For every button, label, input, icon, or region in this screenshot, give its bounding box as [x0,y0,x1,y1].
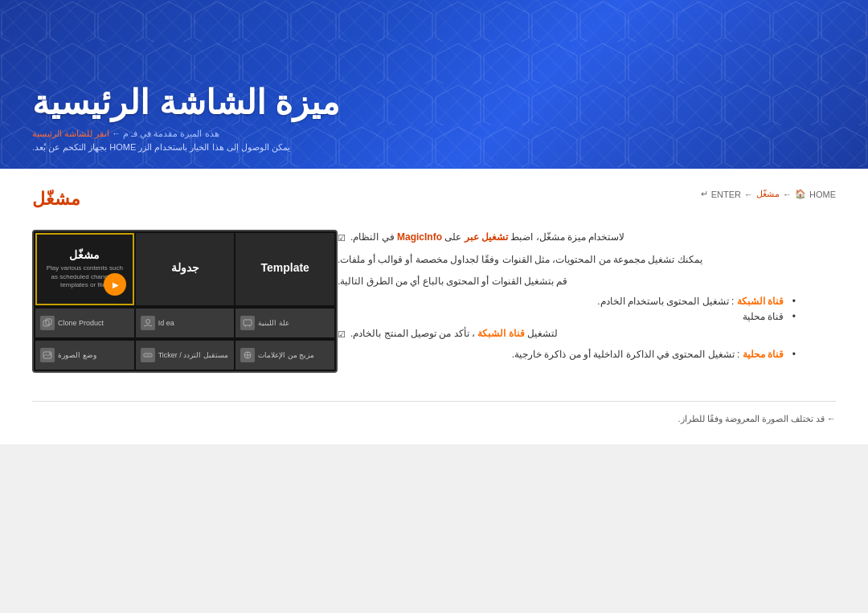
tv-bottom-image-label: وضع الصورة [58,351,96,359]
nav-arrow1: ← [783,190,792,199]
tv-container: Template جدولة مشغّل Play various conten… [32,230,338,373]
bullet-item-local: قناة محلية [338,311,796,322]
desc-prefix-1: لاستخدام ميزة مشغّل، اضبط [508,231,624,243]
header-banner: ميزة الشاشة الرئيسية هذه الميزة مقدمة في… [0,0,868,169]
desc-text-2: يمكنك تشغيل مجموعة من المحتويات، مثل الق… [338,252,702,268]
desc-item-1: لاستخدام ميزة مشغّل، اضبط تشغيل عبر على … [338,230,812,246]
play-button[interactable] [104,273,126,296]
tv-bottom-cell-local[interactable]: علة اللبنية [235,309,334,337]
tv-bottom-cell-image[interactable]: وضع الصورة [35,341,134,370]
clone-icon [40,316,55,330]
footer-note: ← قد تختلف الصورة المعروضة وفقًا للطراز. [32,414,836,424]
local-text: تشغيل المحتوى في الذاكرة الداخلية أو من … [512,349,735,360]
breadcrumb: هذه الميزة مقدمة في فـ م ← انقر للشاشة ا… [32,129,219,139]
tv-bottom-clone-label: Clone Product [58,319,104,327]
desc-item-network-note: لتشغيل قناة الشبكة ، تأكد من توصيل المنت… [338,326,812,342]
bullet-item-local-desc: قناة محلية : تشغيل المحتوى في الذاكرة ال… [338,349,796,360]
checkbox-2: ☑ [338,328,346,342]
tv-bottom-cell-clone[interactable]: Clone Product [35,309,134,337]
bullet-network-label: قناة الشبكة [737,296,784,307]
desc-suffix-1: في النظام. [350,231,395,243]
tv-bottom-grid-row2: مزيج من الإعلامات مستقبل التردد / Ticker… [34,339,336,371]
tv-cell-template-title: Template [260,261,309,274]
tv-cell-template[interactable]: Template [235,233,334,305]
tv-bottom-mix-label: مزيج من الإعلامات [258,351,314,359]
header-subtitle: يمكن الوصول إلى هذا الخيار باستخدام الزر… [32,142,290,153]
tv-bottom-cell-ticker[interactable]: مستقبل التردد / Ticker [136,341,235,370]
home-icon: 🏠 [795,189,806,199]
tv-bottom-cell-mix[interactable]: مزيج من الإعلامات [235,341,334,370]
note-channel-highlight: قناة الشبكة [477,328,524,339]
mix-icon [240,348,255,362]
desc-item-3: قم بتشغيل القنوات أو المحتوى بالباع أي م… [338,274,812,289]
local-bullet-list: قناة محلية : تشغيل المحتوى في الذاكرة ال… [338,349,796,360]
tv-cell-schedule[interactable]: جدولة [136,233,235,305]
tv-bottom-id-label: Id ea [158,319,174,327]
tv-bottom-ticker-label: مستقبل التردد / Ticker [158,351,228,359]
nav-current: مشغّل [756,189,780,199]
svg-point-3 [145,320,149,324]
tv-cell-player[interactable]: مشغّل Play various contents such as sche… [35,233,134,305]
tv-cell-player-title: مشغّل [69,248,100,261]
desc-highlight-magicinfo: MagicInfo [397,231,442,243]
nav-arrow2: ← [744,190,753,199]
nav-path: HOME 🏠 ← مشغّل ← ENTER ↵ [701,189,836,199]
tv-cell-schedule-title: جدولة [171,261,199,274]
tv-screen: Template جدولة مشغّل Play various conten… [32,230,338,373]
bullet-colon-1: : [729,296,735,307]
content-area: Template جدولة مشغّل Play various conten… [32,230,836,389]
main-content: HOME 🏠 ← مشغّل ← ENTER ↵ مشغّل Template [0,169,868,444]
breadcrumb-prefix: هذه الميزة مقدمة في [140,129,219,138]
desc-text-3: قم بتشغيل القنوات أو المحتوى بالباع أي م… [338,274,567,289]
id-icon [141,316,155,330]
nav-home: HOME [809,190,836,199]
bullet-network-text: تشغيل المحتوى باستخدام الخادم. [597,296,728,307]
ticker-icon [141,348,155,362]
tv-main-grid: Template جدولة مشغّل Play various conten… [34,231,336,307]
local-colon: : [735,349,740,360]
desc-highlight-on: تشغيل عبر [465,231,508,243]
header-content: ميزة الشاشة الرئيسية هذه الميزة مقدمة في… [32,83,836,153]
section-title: مشغّل [32,189,80,210]
nav-enter: ENTER [711,190,741,199]
desc-on-text: على [442,231,461,243]
svg-rect-0 [244,320,252,325]
right-description: لاستخدام ميزة مشغّل، اضبط تشغيل عبر على … [338,230,836,376]
svg-point-12 [49,353,51,354]
local-label: قناة محلية [743,349,784,360]
page-title: ميزة الشاشة الرئيسية [32,83,340,122]
separator [32,401,836,402]
description-block: لاستخدام ميزة مشغّل، اضبط تشغيل عبر على … [338,230,812,360]
enter-icon: ↵ [701,189,708,199]
breadcrumb-link[interactable]: انقر للشاشة الرئيسية [32,129,109,138]
bullet-list: قناة الشبكة : تشغيل المحتوى باستخدام الخ… [338,296,796,322]
desc-network-note-text: لتشغيل قناة الشبكة ، تأكد من توصيل المنت… [350,326,558,341]
bullet-item-network: قناة الشبكة : تشغيل المحتوى باستخدام الخ… [338,296,796,307]
local-channel-icon [240,316,255,330]
tv-bottom-cell-id[interactable]: Id ea [136,309,235,337]
note-suffix: ، تأكد من توصيل المنتج بالخادم. [350,328,475,339]
tv-bottom-grid-row1: علة اللبنية Id ea Clone Product [34,307,336,339]
note-prefix: لتشغيل [525,328,558,339]
breadcrumb-middle: فـ م ← [112,129,137,138]
tv-bottom-local-label: علة اللبنية [258,319,289,327]
image-mode-icon [40,348,55,362]
desc-text-1: لاستخدام ميزة مشغّل، اضبط تشغيل عبر على … [350,230,624,245]
checkbox-1: ☑ [338,231,346,246]
desc-item-2: يمكنك تشغيل مجموعة من المحتويات، مثل الق… [338,252,812,268]
bullet-local-prefix: قناة محلية [743,311,784,322]
